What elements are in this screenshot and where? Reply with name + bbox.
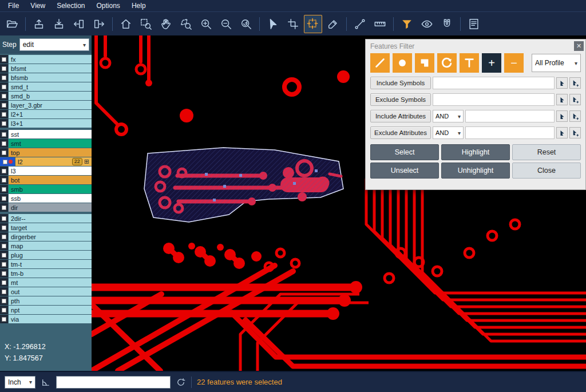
include-symbols-input[interactable] [433,77,555,89]
layer-name[interactable]: bot [9,176,92,184]
layer-name[interactable]: out [9,287,92,296]
box-arrow-right-icon[interactable] [90,15,108,33]
layer-row-l3[interactable]: l3 [0,167,92,175]
reset-button[interactable]: Reset [512,144,581,160]
layer-row-bot[interactable]: bot [0,176,92,184]
unhighlight-button[interactable]: Unhighlight [441,163,510,179]
pan-hand-icon[interactable] [157,15,175,33]
report-list-icon[interactable] [465,15,483,33]
layer-checkbox[interactable] [0,73,8,82]
layer-checkbox[interactable] [0,176,8,184]
zoom-out-icon[interactable] [217,15,235,33]
pick-symbol-add-icon[interactable] [569,77,581,89]
include-attributes-button[interactable]: Include Attributes [370,110,431,122]
angle-icon[interactable] [41,377,51,387]
layer-checkbox[interactable] [0,92,8,100]
pcb-canvas[interactable]: Features Filter ✕ + − All Profile ▾ Incl… [92,35,586,371]
layer-name[interactable]: smt [9,139,92,148]
pick-symbol-icon[interactable] [556,77,568,89]
layer-row-l2+1[interactable]: l2+1 [0,110,92,118]
layer-checkbox[interactable] [0,101,8,109]
layer-row-tm-b[interactable]: tm-b [0,269,92,278]
layer-checkbox[interactable] [0,148,8,157]
layer-name[interactable]: 2dir-- [9,214,92,223]
layer-row-tm-t[interactable]: tm-t [0,260,92,268]
layer-name[interactable]: layer_3.gbr [9,101,92,109]
include-attributes-op-dropdown[interactable]: AND ▾ [433,110,464,122]
layer-row-smd_t[interactable]: smd_t [0,82,92,91]
layer-row-via[interactable]: via [0,315,92,323]
layer-checkbox[interactable] [0,214,8,223]
step-dropdown[interactable]: edit ▾ [19,38,89,51]
menu-help[interactable]: Help [126,1,152,10]
pick-attribute-add-icon[interactable] [569,127,581,138]
layer-row-fx[interactable]: fx [0,55,92,64]
unselect-button[interactable]: Unselect [370,163,439,179]
box-arrow-up-icon[interactable] [30,15,48,33]
layer-name[interactable]: dir [9,203,92,212]
pick-attribute-icon[interactable] [556,110,568,122]
layer-name[interactable]: plug [9,251,92,259]
highlight-button[interactable]: Highlight [441,144,510,160]
measure-ruler-icon[interactable] [371,15,389,33]
exclude-attributes-input[interactable] [465,126,555,139]
layer-row-l2[interactable]: l222⊞ [0,157,92,166]
layer-row-sst[interactable]: sst [0,130,92,138]
layer-row-map[interactable]: map [0,241,92,250]
layer-checkbox[interactable] [0,241,8,250]
layer-row-pth[interactable]: pth [0,296,92,305]
layer-name[interactable]: pth [9,296,92,305]
layer-checkbox[interactable] [0,157,15,166]
view-options-icon[interactable] [418,15,436,33]
layer-row-dir[interactable]: dir [0,203,92,212]
layer-checkbox[interactable] [0,315,8,323]
snap-magnet-icon[interactable] [438,15,456,33]
layer-name[interactable]: smd_b [9,92,92,100]
units-dropdown[interactable]: Inch ▾ [5,376,35,389]
command-input[interactable] [56,376,171,389]
layer-name[interactable]: tm-t [9,260,92,268]
layer-row-layer_3.gbr[interactable]: layer_3.gbr [0,101,92,109]
layer-name[interactable]: via [9,315,92,323]
zoom-previous-icon[interactable] [237,15,255,33]
layer-name[interactable]: ssb [9,194,92,203]
layer-checkbox[interactable] [0,64,8,73]
close-button[interactable]: Close [512,163,581,179]
layer-checkbox[interactable] [0,296,8,305]
open-folder-icon[interactable] [3,15,21,33]
layer-checkbox[interactable] [0,167,8,175]
layer-row-dirgerber[interactable]: dirgerber [0,232,92,241]
layer-checkbox[interactable] [0,251,8,259]
layer-row-l3+1[interactable]: l3+1 [0,119,92,128]
filter-arc-icon[interactable] [437,53,457,73]
pick-symbol-add-icon[interactable] [569,94,581,105]
layer-checkbox[interactable] [0,185,8,193]
box-arrow-down-icon[interactable] [50,15,68,33]
select-pointer-icon[interactable] [264,15,282,33]
layer-checkbox[interactable] [0,110,8,118]
refresh-icon[interactable] [176,377,186,387]
menu-file[interactable]: File [2,1,25,10]
layer-checkbox[interactable] [0,82,8,91]
layer-name[interactable]: bfsmt [9,64,92,73]
layer-name[interactable]: top [9,148,92,157]
filter-pad-icon[interactable] [393,53,412,73]
pick-attribute-icon[interactable] [556,127,568,138]
layer-checkbox[interactable] [0,223,8,232]
features-filter-icon[interactable] [398,15,416,33]
layer-name[interactable]: sst [9,130,92,138]
layer-name[interactable]: smb [9,185,92,193]
filter-surface-icon[interactable] [415,53,434,73]
layer-checkbox[interactable] [0,55,8,64]
pick-symbol-icon[interactable] [556,94,568,105]
layer-checkbox[interactable] [0,203,8,212]
layer-checkbox[interactable] [0,119,8,128]
layer-name[interactable]: dirgerber [9,232,92,241]
zoom-window-icon[interactable] [137,15,155,33]
layer-name[interactable]: npt [9,306,92,314]
layer-row-top[interactable]: top [0,148,92,157]
layer-name[interactable]: l3+1 [9,119,92,128]
clear-selection-icon[interactable] [324,15,342,33]
layer-row-out[interactable]: out [0,287,92,296]
zoom-in-icon[interactable] [197,15,215,33]
